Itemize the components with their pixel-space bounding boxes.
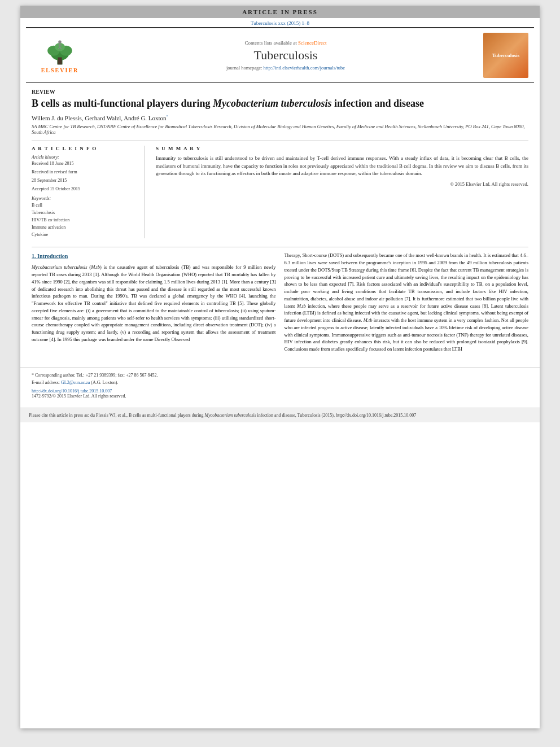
right-column: Therapy, Short-course (DOTS) and subsequ… xyxy=(285,252,529,356)
accepted-date: Accepted 15 October 2015 xyxy=(32,186,135,191)
aip-text: ARTICLE IN PRESS xyxy=(242,8,318,15)
affiliation: SA MRC Centre for TB Research, DST/NRF C… xyxy=(32,124,528,135)
elsevier-tree-icon xyxy=(37,38,82,66)
aip-banner: ARTICLE IN PRESS xyxy=(20,6,540,18)
svg-rect-5 xyxy=(58,57,62,64)
keywords-list: B cell Tuberculosis HIV/TB co-infection … xyxy=(32,202,135,238)
summary-head: S U M M A R Y xyxy=(156,146,528,151)
journal-center-info: Contents lists available at ScienceDirec… xyxy=(94,40,478,71)
article-type-label: REVIEW xyxy=(32,89,528,95)
homepage-line: journal homepage: http://intl.elsevierhe… xyxy=(94,65,478,71)
journal-ref: Tuberculosis xxx (2015) 1–8 xyxy=(20,18,540,27)
left-column: 1. Introduction Mycobacterium tuberculos… xyxy=(32,252,276,356)
keyword-2: Tuberculosis xyxy=(32,209,135,217)
revised-label: Received in revised form xyxy=(32,169,135,174)
info-summary-section: A R T I C L E I N F O Article history: R… xyxy=(32,146,528,238)
keywords-head: Keywords: xyxy=(32,196,135,201)
tb-journal-logo: Tuberculosis xyxy=(483,33,528,78)
page-footer: * Corresponding author. Tel.: +27 21 938… xyxy=(20,368,540,402)
article-info-head: A R T I C L E I N F O xyxy=(32,146,135,151)
summary-text: Immunity to tuberculosis is still unders… xyxy=(156,155,528,178)
intro-title: 1. Introduction xyxy=(32,252,276,260)
summary-section: S U M M A R Y Immunity to tuberculosis i… xyxy=(156,146,528,238)
main-content: 1. Introduction Mycobacterium tuberculos… xyxy=(32,247,528,356)
citation-bar: Please cite this article in press as: du… xyxy=(20,408,540,422)
keyword-1: B cell xyxy=(32,202,135,209)
copyright: © 2015 Elsevier Ltd. All rights reserved… xyxy=(156,181,528,187)
doi-link[interactable]: http://dx.doi.org/10.1016/j.tube.2015.10… xyxy=(32,388,112,394)
received-date: Received 18 June 2015 xyxy=(32,161,135,166)
issn-line: 1472-9792/© 2015 Elsevier Ltd. All right… xyxy=(32,394,528,399)
sciencedirect-line: Contents lists available at ScienceDirec… xyxy=(94,40,478,46)
keyword-5: Cytokine xyxy=(32,231,135,239)
revised-date: 28 September 2015 xyxy=(32,178,135,183)
article-page: ARTICLE IN PRESS Tuberculosis xxx (2015)… xyxy=(20,6,540,728)
history-label: Article history: xyxy=(32,155,135,160)
elsevier-wordmark: ELSEVIER xyxy=(41,67,79,73)
article-info: A R T I C L E I N F O Article history: R… xyxy=(32,146,145,238)
article-title: B cells as multi-functional players duri… xyxy=(32,97,528,110)
homepage-link[interactable]: http://intl.elsevierhealth.com/journals/… xyxy=(264,65,345,71)
svg-point-6 xyxy=(58,40,61,43)
divider xyxy=(32,141,528,141)
email-link[interactable]: GL2@sun.ac.za xyxy=(61,380,90,385)
journal-title: Tuberculosis xyxy=(94,48,478,63)
keyword-4: Immune activation xyxy=(32,224,135,231)
footnote-corresponding: * Corresponding author. Tel.: +27 21 938… xyxy=(32,373,528,378)
sciencedirect-link[interactable]: ScienceDirect xyxy=(298,40,326,46)
keyword-3: HIV/TB co-infection xyxy=(32,217,135,224)
elsevier-logo: ELSEVIER xyxy=(32,38,88,73)
footnote-email: E-mail address: GL2@sun.ac.za (A.G. Loxt… xyxy=(32,380,528,385)
intro-right-text: Therapy, Short-course (DOTS) and subsequ… xyxy=(285,252,529,353)
article-body: REVIEW B cells as multi-functional playe… xyxy=(20,83,540,362)
journal-header: ELSEVIER Contents lists available at Sci… xyxy=(26,27,534,83)
intro-left-text: Mycobacterium tuberculosis (M.tb) is the… xyxy=(32,264,276,343)
authors: Willem J. du Plessis, Gerhard Walzl, And… xyxy=(32,115,528,121)
